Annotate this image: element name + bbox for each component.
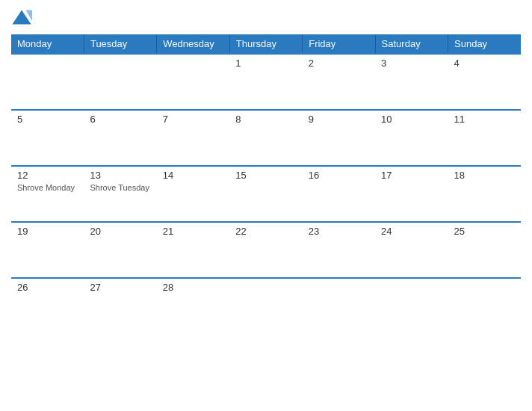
calendar-cell: 11 — [448, 110, 521, 166]
calendar-cell — [229, 278, 302, 334]
calendar-cell: 24 — [375, 222, 448, 278]
day-number: 3 — [381, 58, 442, 69]
day-number: 8 — [235, 114, 296, 125]
calendar-cell: 8 — [229, 110, 302, 166]
week-row-1: 567891011 — [11, 110, 521, 166]
calendar-cell — [375, 278, 448, 334]
calendar-cell — [303, 278, 375, 334]
holiday-label: Shrove Monday — [17, 182, 78, 193]
weekday-header-tuesday: Tuesday — [84, 34, 156, 54]
calendar-container: MondayTuesdayWednesdayThursdayFridaySatu… — [0, 0, 532, 411]
day-number: 16 — [309, 170, 369, 181]
calendar-cell — [11, 54, 84, 110]
day-number: 5 — [17, 114, 78, 125]
day-number: 11 — [454, 114, 515, 125]
day-number: 13 — [90, 170, 150, 181]
calendar-cell: 14 — [157, 166, 229, 222]
day-number: 2 — [309, 58, 369, 69]
weekday-header-monday: Monday — [11, 34, 84, 54]
weekday-header-thursday: Thursday — [229, 34, 302, 54]
logo-icon — [11, 7, 32, 28]
calendar-cell: 9 — [303, 110, 375, 166]
week-row-0: 1234 — [11, 54, 521, 110]
calendar-cell: 17 — [375, 166, 448, 222]
calendar-header — [11, 7, 521, 28]
calendar-cell — [448, 278, 521, 334]
day-number: 22 — [235, 226, 296, 237]
calendar-cell: 12Shrove Monday — [11, 166, 84, 222]
calendar-cell: 28 — [157, 278, 229, 334]
day-number: 18 — [454, 170, 515, 181]
calendar-cell: 4 — [448, 54, 521, 110]
week-row-2: 12Shrove Monday13Shrove Tuesday141516171… — [11, 166, 521, 222]
day-number: 20 — [90, 226, 150, 237]
day-number: 9 — [309, 114, 369, 125]
calendar-cell: 27 — [84, 278, 156, 334]
holiday-label: Shrove Tuesday — [90, 182, 150, 193]
calendar-cell: 25 — [448, 222, 521, 278]
calendar-cell: 6 — [84, 110, 156, 166]
calendar-cell: 7 — [157, 110, 229, 166]
calendar-cell: 15 — [229, 166, 302, 222]
day-number: 23 — [309, 226, 369, 237]
weekday-header-sunday: Sunday — [448, 34, 521, 54]
day-number: 1 — [235, 58, 296, 69]
calendar-cell: 13Shrove Tuesday — [84, 166, 156, 222]
day-number: 14 — [163, 170, 223, 181]
day-number: 27 — [90, 282, 150, 293]
calendar-header-row: MondayTuesdayWednesdayThursdayFridaySatu… — [11, 34, 521, 54]
day-number: 12 — [17, 170, 78, 181]
calendar-cell — [157, 54, 229, 110]
calendar-cell: 2 — [303, 54, 375, 110]
calendar-table: MondayTuesdayWednesdayThursdayFridaySatu… — [11, 34, 521, 334]
calendar-cell: 23 — [303, 222, 375, 278]
calendar-cell: 3 — [375, 54, 448, 110]
week-row-4: 262728 — [11, 278, 521, 334]
day-number: 25 — [454, 226, 515, 237]
day-number: 15 — [235, 170, 296, 181]
day-number: 7 — [163, 114, 223, 125]
day-number: 19 — [17, 226, 78, 237]
calendar-cell: 16 — [303, 166, 375, 222]
logo — [11, 7, 34, 28]
day-number: 6 — [90, 114, 150, 125]
day-number: 24 — [381, 226, 442, 237]
calendar-cell: 10 — [375, 110, 448, 166]
calendar-cell: 19 — [11, 222, 84, 278]
week-row-3: 19202122232425 — [11, 222, 521, 278]
calendar-cell: 1 — [229, 54, 302, 110]
calendar-cell — [84, 54, 156, 110]
day-number: 26 — [17, 282, 78, 293]
calendar-cell: 21 — [157, 222, 229, 278]
calendar-cell: 18 — [448, 166, 521, 222]
calendar-cell: 22 — [229, 222, 302, 278]
day-number: 28 — [163, 282, 223, 293]
weekday-header-wednesday: Wednesday — [157, 34, 229, 54]
day-number: 17 — [381, 170, 442, 181]
calendar-cell: 20 — [84, 222, 156, 278]
day-number: 21 — [163, 226, 223, 237]
weekday-header-friday: Friday — [303, 34, 375, 54]
weekday-header-saturday: Saturday — [375, 34, 448, 54]
day-number: 10 — [381, 114, 442, 125]
calendar-cell: 26 — [11, 278, 84, 334]
calendar-cell: 5 — [11, 110, 84, 166]
day-number: 4 — [454, 58, 515, 69]
